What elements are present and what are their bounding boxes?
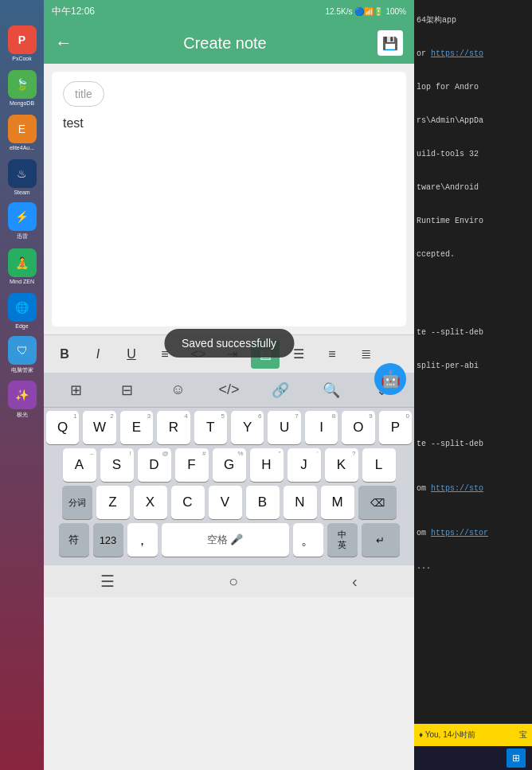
- taskbar-start-button[interactable]: ⊞: [507, 749, 526, 768]
- nav-menu-button[interactable]: ☰: [100, 572, 115, 591]
- key-z[interactable]: Z: [96, 486, 130, 519]
- key-row-4: 符 123 ， 空格 🎤 。 中英 ↵: [46, 523, 412, 557]
- key-m[interactable]: M: [321, 486, 354, 519]
- key-r[interactable]: R4: [157, 411, 190, 444]
- key-c[interactable]: C: [171, 486, 205, 519]
- key-k[interactable]: K?: [325, 448, 358, 482]
- nav-back-button[interactable]: ‹: [352, 573, 358, 591]
- key-y[interactable]: Y6: [231, 411, 264, 444]
- key-f[interactable]: F#: [175, 448, 209, 482]
- keyboard-top-toolbar: ⊞ ⊟ ☺ </> 🔗 🔍 ⌄: [44, 373, 414, 408]
- formatting-toolbar: Saved successfully B I U ≡ <> ⇥ ▤ ☰ ≡ ≣: [44, 334, 414, 373]
- status-bar: 中午12:06 12.5K/s 🔵📶🔋 100%: [44, 0, 414, 22]
- desktop-icon-mongodb[interactable]: 🍃 MongoDB: [3, 68, 41, 107]
- key-b[interactable]: B: [246, 486, 280, 519]
- key-p[interactable]: P0: [379, 411, 412, 444]
- key-g[interactable]: G%: [213, 448, 246, 482]
- indent-icon: ⇥: [227, 346, 237, 362]
- align-left-icon: ≡: [328, 347, 335, 362]
- desktop-icon-edge[interactable]: 🌐 Edge: [3, 291, 41, 330]
- key-e[interactable]: E3: [120, 411, 153, 444]
- key-w[interactable]: W2: [83, 411, 115, 444]
- desktop-icon-mindzen[interactable]: 🧘 Mind ZEN: [3, 247, 41, 285]
- key-l[interactable]: L: [362, 448, 396, 482]
- shift-key[interactable]: 分词: [62, 486, 92, 519]
- kb-grid2-button[interactable]: ⊟: [111, 376, 143, 405]
- terminal-panel: 64架构app or https://sto lop for Andro rs\…: [414, 0, 532, 770]
- symbol-key[interactable]: 符: [59, 523, 89, 557]
- kb-grid-button[interactable]: ⊞: [60, 376, 92, 405]
- key-row-2: A– S! D@ F# G% H" J' K? L: [46, 448, 412, 482]
- notification-bar: ♦ You, 14小时前 宝: [414, 724, 532, 746]
- title-input[interactable]: title: [63, 81, 104, 107]
- app-title: Create note: [183, 34, 267, 53]
- key-u[interactable]: U7: [268, 411, 300, 444]
- underline-button[interactable]: U: [117, 340, 146, 369]
- enter-key[interactable]: ↵: [362, 523, 400, 557]
- key-a[interactable]: A–: [63, 448, 96, 482]
- bold-icon: B: [60, 347, 69, 362]
- terminal-content: 64架构app or https://sto lop for Andro rs\…: [417, 4, 530, 584]
- keys-section: Q1 W2 E3 R4 T5 Y6 U7 I8 O9 P0 A– S! D@ F…: [44, 408, 414, 562]
- key-x[interactable]: X: [134, 486, 167, 519]
- bold-button[interactable]: B: [50, 340, 79, 369]
- keyboard-area[interactable]: ⊞ ⊟ ☺ </> 🔗 🔍 ⌄ Q1 W2 E3 R4 T5 Y6 U7 I8 …: [44, 373, 414, 565]
- key-t[interactable]: T5: [194, 411, 227, 444]
- status-right: 12.5K/s 🔵📶🔋 100%: [326, 7, 407, 16]
- save-button[interactable]: 💾: [377, 30, 403, 56]
- note-content-area[interactable]: title test: [52, 72, 406, 326]
- key-d[interactable]: D@: [138, 448, 171, 482]
- desktop-icon-pcmanager[interactable]: 🛡 电脑管家: [3, 336, 41, 374]
- key-h[interactable]: H": [250, 448, 284, 482]
- align-center-button[interactable]: ☰: [284, 340, 313, 369]
- save-icon: 💾: [382, 36, 398, 51]
- period-key[interactable]: 。: [293, 523, 323, 557]
- note-body-text[interactable]: test: [63, 116, 395, 131]
- num-key[interactable]: 123: [93, 523, 123, 557]
- windows-icon: ⊞: [512, 752, 520, 764]
- desktop-icon-pxcook[interactable]: P PxCook: [3, 24, 41, 62]
- phone-frame: 中午12:06 12.5K/s 🔵📶🔋 100% ← Create note 💾…: [44, 0, 414, 770]
- key-s[interactable]: S!: [100, 448, 134, 482]
- battery-pct: 100%: [385, 7, 406, 16]
- kb-emoji-button[interactable]: ☺: [162, 376, 194, 405]
- underline-icon: U: [127, 347, 136, 362]
- desktop-icon-elite[interactable]: E elite4Au...: [3, 113, 41, 151]
- space-key[interactable]: 空格 🎤: [162, 523, 289, 557]
- key-j[interactable]: J': [288, 448, 321, 482]
- kb-search-button[interactable]: 🔍: [315, 376, 347, 405]
- status-left: 中午12:06: [52, 5, 95, 18]
- notification-extra: 宝: [519, 729, 527, 741]
- notification-text: ♦ You, 14小时前: [419, 729, 475, 741]
- app-bar: ← Create note 💾: [44, 22, 414, 64]
- desktop-icon-thunder[interactable]: ⚡ 迅雷: [3, 202, 41, 240]
- key-v[interactable]: V: [209, 486, 242, 519]
- desktop-icon-aurora[interactable]: ✨ 极光: [3, 381, 41, 419]
- indent-button[interactable]: ⇥: [217, 340, 246, 369]
- key-q[interactable]: Q1: [46, 411, 79, 444]
- lang-switch-key[interactable]: 中英: [327, 523, 358, 557]
- key-n[interactable]: N: [284, 486, 317, 519]
- key-i[interactable]: I8: [305, 411, 338, 444]
- kb-link-button[interactable]: 🔗: [264, 376, 296, 405]
- kb-code-button[interactable]: </>: [213, 376, 244, 405]
- italic-button[interactable]: I: [84, 340, 112, 369]
- nav-home-button[interactable]: ○: [229, 573, 238, 591]
- code-button[interactable]: <>: [184, 340, 213, 369]
- taskbar: ⊞: [414, 746, 532, 770]
- list-button[interactable]: ≡: [151, 340, 179, 369]
- align-right-button[interactable]: ▤: [251, 340, 280, 369]
- align-left-button[interactable]: ≡: [318, 340, 346, 369]
- avatar-button[interactable]: 🤖: [374, 363, 406, 395]
- title-placeholder: title: [75, 88, 92, 100]
- backspace-key[interactable]: ⌫: [358, 486, 397, 519]
- align-right-icon: ▤: [260, 346, 272, 362]
- back-button[interactable]: ←: [55, 33, 72, 53]
- bottom-nav: ☰ ○ ‹: [44, 565, 414, 597]
- key-o[interactable]: O9: [342, 411, 374, 444]
- align-justify-icon: ≣: [361, 346, 371, 362]
- align-justify-button[interactable]: ≣: [351, 340, 380, 369]
- comma-key[interactable]: ，: [127, 523, 158, 557]
- align-center-icon: ☰: [293, 346, 304, 362]
- desktop-icon-steam[interactable]: ♨ Steam: [3, 158, 41, 196]
